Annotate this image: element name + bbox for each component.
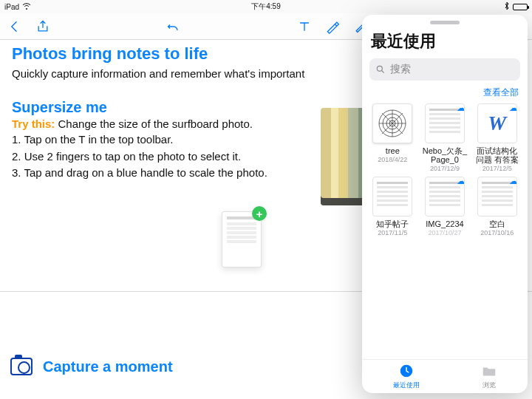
- file-item[interactable]: ☁︎ 空白 2017/10/16: [472, 177, 522, 236]
- camera-icon: [10, 358, 33, 375]
- file-date: 2017/11/5: [378, 229, 407, 236]
- undo-button[interactable]: [166, 19, 181, 34]
- cloud-icon: ☁︎: [457, 103, 465, 113]
- file-name: 知乎帖子: [376, 219, 409, 228]
- file-date: 2017/10/16: [480, 229, 514, 236]
- drag-handle[interactable]: [430, 21, 460, 24]
- search-icon: [375, 64, 386, 75]
- file-thumb: ☁︎: [477, 177, 517, 216]
- popup-title: 最近使用: [362, 29, 528, 58]
- heading-capture: Capture a moment: [43, 358, 173, 375]
- add-icon[interactable]: +: [252, 206, 267, 221]
- cloud-icon: ☁︎: [457, 177, 465, 186]
- file-name: 空白: [489, 219, 505, 228]
- cloud-icon: ☁︎: [509, 103, 517, 113]
- tab-browse[interactable]: 浏览: [481, 363, 497, 390]
- search-placeholder: 搜索: [390, 63, 411, 76]
- file-date: 2018/4/22: [378, 156, 407, 163]
- status-bar: iPad 下午4:59: [0, 0, 532, 13]
- file-date: 2017/12/9: [430, 165, 460, 172]
- file-name: 面试结构化问题 有答案: [474, 146, 520, 164]
- file-date: 2017/12/5: [482, 165, 512, 172]
- tab-label: 浏览: [482, 381, 496, 390]
- cloud-icon: ☁︎: [509, 177, 517, 186]
- clock: 下午4:59: [251, 1, 280, 12]
- see-all-link[interactable]: 查看全部: [362, 85, 528, 103]
- file-thumb: ☁︎: [425, 103, 465, 143]
- device-label: iPad: [4, 3, 19, 11]
- try-label: Try this:: [12, 117, 55, 130]
- file-date: 2017/10/27: [428, 229, 461, 236]
- battery-icon: [513, 4, 528, 10]
- clock-icon: [398, 363, 415, 379]
- file-thumb: W☁︎: [477, 103, 517, 143]
- search-input[interactable]: 搜索: [369, 58, 520, 81]
- file-item[interactable]: ☁︎ Nebo_欠条_Page_0 2017/12/9: [420, 103, 470, 172]
- files-popup: 最近使用 搜索 查看全部 tree 2018/4/22 ☁︎ Nebo_欠条_P…: [362, 15, 528, 393]
- capture-section: Capture a moment: [10, 358, 173, 375]
- popup-tabbar: 最近使用 浏览: [362, 359, 528, 393]
- bluetooth-icon: [504, 1, 510, 12]
- share-button[interactable]: [35, 19, 50, 34]
- floating-note-card[interactable]: +: [222, 211, 262, 267]
- file-thumb: [372, 177, 412, 216]
- file-thumb: ☁︎: [425, 177, 465, 216]
- pen-tool[interactable]: [325, 19, 340, 34]
- file-name: IMG_2234: [426, 219, 463, 228]
- try-text: Change the size of the surfboard photo.: [55, 117, 253, 130]
- file-item[interactable]: tree 2018/4/22: [368, 103, 417, 172]
- folder-icon: [481, 363, 497, 379]
- file-name: Nebo_欠条_Page_0: [422, 146, 468, 164]
- svg-point-2: [377, 66, 382, 71]
- wifi-icon: [22, 2, 31, 11]
- tab-recent[interactable]: 最近使用: [393, 363, 420, 390]
- file-thumb: [372, 103, 412, 143]
- files-grid: tree 2018/4/22 ☁︎ Nebo_欠条_Page_0 2017/12…: [362, 103, 528, 236]
- file-item[interactable]: W☁︎ 面试结构化问题 有答案 2017/12/5: [472, 103, 522, 172]
- tab-label: 最近使用: [393, 381, 420, 390]
- back-button[interactable]: [7, 19, 22, 34]
- file-name: tree: [386, 146, 400, 155]
- file-item[interactable]: ☁︎ IMG_2234 2017/10/27: [420, 177, 470, 236]
- text-tool[interactable]: [297, 19, 312, 34]
- file-item[interactable]: 知乎帖子 2017/11/5: [368, 177, 417, 236]
